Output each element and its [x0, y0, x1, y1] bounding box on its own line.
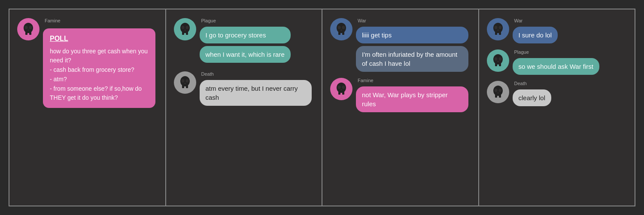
sender-name-war-2: War — [514, 18, 558, 23]
bubble-plague-2: when I want it, which is rare — [200, 46, 291, 63]
panel-1: Famine POLL how do you three get cash wh… — [9, 9, 166, 206]
comic-container: Famine POLL how do you three get cash wh… — [9, 9, 635, 206]
bubble-famine-1: not War, War plays by stripper rules — [356, 86, 468, 112]
sender-name-war: War — [358, 18, 468, 23]
avatar-famine — [17, 18, 39, 40]
panel-4: War I sure do lol Plague so we should as… — [479, 9, 635, 206]
bubble-plague-3: so we should ask War first — [513, 58, 600, 75]
bubble-war-3: I sure do lol — [513, 27, 558, 43]
poll-text: how do you three get cash when you need … — [50, 48, 148, 101]
sender-name-death: Death — [201, 71, 312, 77]
poll-bubble: POLL how do you three get cash when you … — [43, 28, 155, 108]
sender-name-plague: Plague — [201, 18, 291, 23]
bubble-group-war-2: War I sure do lol — [513, 18, 558, 43]
message-row-death-2: Death clearly lol — [487, 81, 627, 106]
bubble-group-war: War liiii get tips I'm often infuriated … — [356, 18, 468, 72]
message-row: Famine POLL how do you three get cash wh… — [17, 18, 158, 108]
bubble-group-death-2: Death clearly lol — [513, 81, 552, 106]
avatar-war-2 — [487, 18, 509, 40]
bubble-death-1: atm every time, but I never carry cash — [200, 80, 312, 106]
avatar-death-2 — [487, 81, 509, 103]
message-row-war-2: War I sure do lol — [487, 18, 627, 43]
bubble-group-plague-2: Plague so we should ask War first — [513, 49, 600, 75]
bubble-war-2: I'm often infuriated by the amount of ca… — [356, 46, 468, 72]
sender-name-death-2: Death — [514, 81, 552, 86]
panel-2: Plague I go to grocery stores when I wan… — [166, 9, 323, 206]
avatar-famine-2 — [330, 78, 352, 100]
sender-name: Famine — [45, 18, 155, 23]
bubble-war-1: liiii get tips — [356, 27, 468, 43]
bubble-death-2: clearly lol — [513, 89, 552, 106]
message-row-death: Death atm every time, but I never carry … — [174, 71, 314, 106]
avatar-plague — [174, 18, 196, 40]
sender-name-famine-2: Famine — [358, 78, 468, 83]
avatar-death — [174, 71, 196, 94]
message-row-plague: Plague I go to grocery stores when I wan… — [174, 18, 314, 63]
avatar-plague-2 — [487, 49, 509, 72]
bubble-group-plague: Plague I go to grocery stores when I wan… — [200, 18, 291, 63]
message-row-war: War liiii get tips I'm often infuriated … — [330, 18, 471, 72]
bubble-plague-1: I go to grocery stores — [200, 27, 291, 43]
bubble-group-death: Death atm every time, but I never carry … — [200, 71, 312, 106]
panel-3: War liiii get tips I'm often infuriated … — [322, 9, 479, 206]
avatar-war — [330, 18, 352, 40]
poll-title: POLL — [50, 34, 68, 44]
sender-name-plague-2: Plague — [514, 49, 600, 55]
bubble-group: Famine POLL how do you three get cash wh… — [43, 18, 155, 108]
message-row-plague-2: Plague so we should ask War first — [487, 49, 627, 75]
message-row-famine: Famine not War, War plays by stripper ru… — [330, 78, 471, 112]
bubble-group-famine: Famine not War, War plays by stripper ru… — [356, 78, 468, 112]
